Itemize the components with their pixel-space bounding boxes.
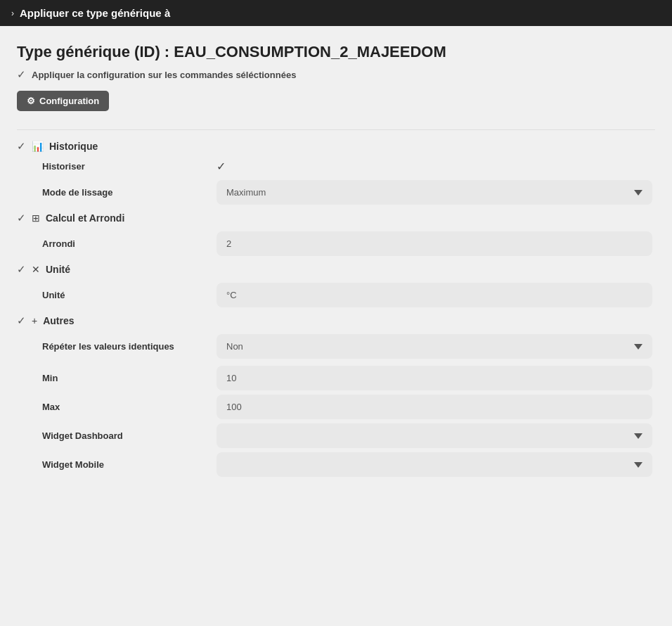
- mode-lissage-select[interactable]: Maximum Minimum Moyenne Aucun: [217, 180, 652, 205]
- repeter-label: Répéter les valeurs identiques: [20, 341, 217, 352]
- widget-mobile-label: Widget Mobile: [20, 459, 217, 470]
- unite-row: Unité: [17, 283, 655, 307]
- widget-mobile-value-container: [217, 452, 652, 477]
- historiser-label: Historiser: [20, 161, 217, 172]
- unite-label: Unité: [20, 290, 217, 300]
- historique-title: Historique: [49, 141, 98, 152]
- unite-title: Unité: [46, 264, 70, 275]
- mode-lissage-label: Mode de lissage: [20, 187, 217, 198]
- historique-check-icon: ✓: [17, 140, 26, 153]
- arrondi-input[interactable]: [217, 231, 652, 256]
- divider-1: [17, 129, 655, 130]
- autres-title: Autres: [43, 315, 74, 326]
- min-row: Min: [17, 366, 655, 390]
- widget-dashboard-select[interactable]: [217, 423, 652, 448]
- gear-icon: ⚙: [27, 96, 35, 106]
- autres-icon: +: [32, 315, 37, 326]
- calcul-title: Calcul et Arrondi: [46, 212, 124, 224]
- historique-icon: 📊: [32, 141, 44, 152]
- historiser-value: ✓: [217, 160, 652, 173]
- min-value-container: [217, 366, 652, 390]
- config-button[interactable]: ⚙ Configuration: [17, 91, 109, 111]
- unite-section-header: ✓ ✕ Unité: [17, 263, 655, 276]
- unite-check-icon: ✓: [17, 263, 26, 276]
- calcul-section-header: ✓ ⊞ Calcul et Arrondi: [17, 212, 655, 224]
- apply-config-row: ✓ Appliquer la configuration sur les com…: [17, 68, 655, 81]
- historiser-row: Historiser ✓: [17, 160, 655, 173]
- apply-check-icon: ✓: [17, 68, 26, 81]
- max-value-container: [217, 395, 652, 419]
- unite-value-container: [217, 283, 652, 307]
- unite-icon: ✕: [32, 264, 40, 275]
- autres-check-icon: ✓: [17, 314, 26, 327]
- repeter-select[interactable]: Non Oui: [217, 334, 652, 359]
- widget-mobile-row: Widget Mobile: [17, 452, 655, 477]
- apply-config-label: Appliquer la configuration sur les comma…: [32, 70, 296, 80]
- header-bar: › Appliquer ce type générique à: [0, 0, 672, 26]
- chevron-icon: ›: [11, 8, 14, 18]
- unite-input[interactable]: [217, 283, 652, 307]
- mode-lissage-row: Mode de lissage Maximum Minimum Moyenne …: [17, 180, 655, 205]
- min-input[interactable]: [217, 366, 652, 390]
- max-row: Max: [17, 395, 655, 419]
- max-label: Max: [20, 402, 217, 412]
- repeter-value-container: Non Oui: [217, 334, 652, 359]
- page-container: › Appliquer ce type générique à Type gén…: [0, 0, 672, 626]
- arrondi-row: Arrondi: [17, 231, 655, 256]
- max-input[interactable]: [217, 395, 652, 419]
- arrondi-label: Arrondi: [20, 238, 217, 249]
- historiser-check: ✓: [217, 160, 226, 173]
- mode-lissage-value: Maximum Minimum Moyenne Aucun: [217, 180, 652, 205]
- arrondi-value-container: [217, 231, 652, 256]
- autres-section-header: ✓ + Autres: [17, 314, 655, 327]
- min-label: Min: [20, 373, 217, 383]
- page-title: Type générique (ID) : EAU_CONSUMPTION_2_…: [17, 43, 655, 61]
- header-title: Appliquer ce type générique à: [20, 7, 170, 19]
- widget-dashboard-value-container: [217, 423, 652, 448]
- main-content: Type générique (ID) : EAU_CONSUMPTION_2_…: [0, 26, 672, 498]
- calcul-icon: ⊞: [32, 212, 40, 224]
- repeter-row: Répéter les valeurs identiques Non Oui: [17, 334, 655, 359]
- historique-section-header: ✓ 📊 Historique: [17, 140, 655, 153]
- calcul-check-icon: ✓: [17, 212, 26, 224]
- widget-dashboard-row: Widget Dashboard: [17, 423, 655, 448]
- widget-dashboard-label: Widget Dashboard: [20, 430, 217, 441]
- config-button-label: Configuration: [39, 96, 99, 106]
- widget-mobile-select[interactable]: [217, 452, 652, 477]
